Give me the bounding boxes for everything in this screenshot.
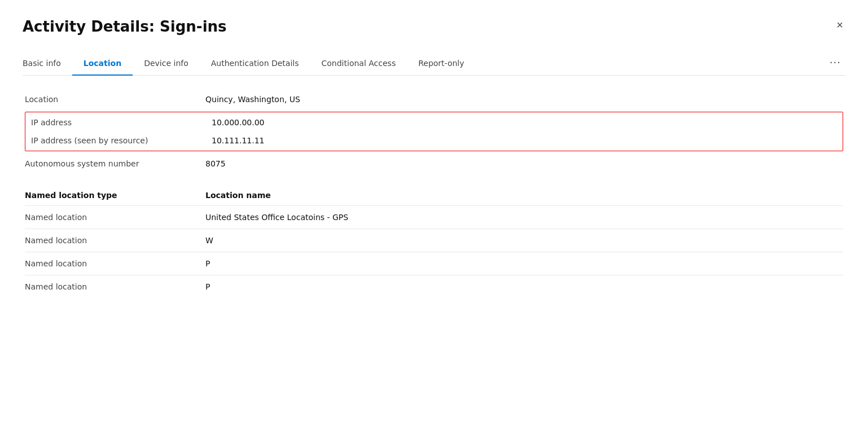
named-row-3: Named location P bbox=[25, 275, 843, 298]
asn-value: 8075 bbox=[205, 159, 226, 168]
section-header-label: Named location type bbox=[25, 191, 205, 200]
tab-content: Location Quincy, Washington, US IP addre… bbox=[23, 89, 845, 298]
page-title: Activity Details: Sign-ins bbox=[23, 18, 845, 35]
named-location-value-0: United States Office Locatoins - GPS bbox=[205, 213, 348, 222]
named-location-value-1: W bbox=[205, 236, 213, 245]
named-location-label-1: Named location bbox=[25, 236, 205, 245]
asn-label: Autonomous system number bbox=[25, 159, 205, 168]
named-row-1: Named location W bbox=[25, 229, 843, 252]
ip-address-resource-row: IP address (seen by resource) 10.111.11.… bbox=[25, 131, 843, 150]
named-row-0: Named location United States Office Loca… bbox=[25, 205, 843, 229]
location-row: Location Quincy, Washington, US bbox=[25, 89, 843, 109]
named-location-label-2: Named location bbox=[25, 259, 205, 268]
close-button[interactable]: × bbox=[834, 17, 845, 33]
tab-report-only[interactable]: Report-only bbox=[407, 53, 475, 76]
spacer bbox=[25, 174, 843, 183]
ip-address-resource-label: IP address (seen by resource) bbox=[31, 136, 212, 145]
tab-conditional-access[interactable]: Conditional Access bbox=[310, 53, 407, 76]
named-location-label-0: Named location bbox=[25, 213, 205, 222]
named-location-value-3: P bbox=[205, 282, 210, 291]
tab-device-info[interactable]: Device info bbox=[133, 53, 200, 76]
ip-address-value: 10.000.00.00 bbox=[212, 118, 265, 127]
named-row-2: Named location P bbox=[25, 252, 843, 275]
location-value: Quincy, Washington, US bbox=[205, 95, 300, 104]
ip-address-resource-value: 10.111.11.11 bbox=[212, 136, 265, 145]
ip-highlight-box: IP address 10.000.00.00 IP address (seen… bbox=[25, 112, 843, 151]
ip-address-row: IP address 10.000.00.00 bbox=[25, 113, 843, 131]
tab-more-button[interactable]: ··· bbox=[825, 51, 845, 75]
named-location-label-3: Named location bbox=[25, 282, 205, 291]
tab-authentication-details[interactable]: Authentication Details bbox=[200, 53, 310, 76]
tab-bar: Basic info Location Device info Authenti… bbox=[23, 51, 845, 76]
ip-address-label: IP address bbox=[31, 118, 212, 127]
tab-basic-info[interactable]: Basic info bbox=[23, 53, 72, 76]
location-label: Location bbox=[25, 95, 205, 104]
section-header-row: Named location type Location name bbox=[25, 183, 843, 205]
named-location-value-2: P bbox=[205, 259, 210, 268]
section-header-value: Location name bbox=[205, 191, 271, 200]
activity-details-panel: Activity Details: Sign-ins × Basic info … bbox=[0, 0, 868, 430]
asn-row: Autonomous system number 8075 bbox=[25, 153, 843, 174]
tab-location[interactable]: Location bbox=[72, 53, 133, 76]
